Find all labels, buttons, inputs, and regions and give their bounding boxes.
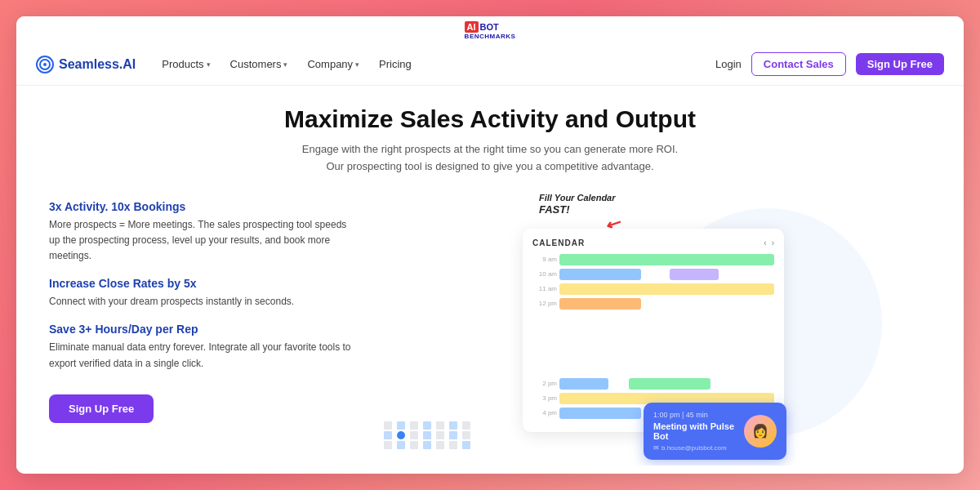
content-row: 3x Activity. 10x Bookings More prospects… [49,192,931,466]
logo-text: Seamless.AI [59,57,136,72]
event-row-5: 2 pm [532,378,774,390]
email-icon: ✉ [653,444,659,452]
feature-block-1: 3x Activity. 10x Bookings More prospects… [49,200,359,265]
nav-customers[interactable]: Customers ▾ [230,58,288,70]
avatar: 👩 [744,415,777,448]
left-col: 3x Activity. 10x Bookings More prospects… [49,192,359,466]
cal-next-icon[interactable]: › [772,238,774,247]
chevron-down-icon: ▾ [355,60,359,69]
badge-ai: AI [465,21,479,33]
feature-title-1: 3x Activity. 10x Bookings [49,200,359,213]
feature-title-2: Increase Close Rates by 5x [49,277,359,290]
logo[interactable]: Seamless.AI [36,56,136,74]
chevron-down-icon: ▾ [207,60,211,69]
event-bar [559,378,608,390]
feature-title-3: Save 3+ Hours/Day per Rep [49,323,359,336]
nav-pricing[interactable]: Pricing [379,58,412,70]
cal-nav[interactable]: ‹ › [764,238,774,247]
meeting-info: 1:00 pm | 45 min Meeting with Pulse Bot … [653,411,736,452]
contact-sales-button[interactable]: Contact Sales [751,52,846,76]
cal-card: CALENDAR ‹ › 9 am 10 am [523,229,784,432]
event-row-3: 11 am [532,283,774,295]
badge: AI BOT BENCHMARKS [465,21,516,40]
badge-benchmarks: BENCHMARKS [465,33,516,40]
top-badge-bar: AI BOT BENCHMARKS [16,16,964,43]
navbar: Seamless.AI Products ▾ Customers ▾ Compa… [16,43,964,86]
event-bar [629,378,710,390]
event-bar [559,298,641,310]
feature-desc-2: Connect with your dream prospects instan… [49,294,359,310]
nav-actions: Login Contact Sales Sign Up Free [715,52,944,76]
cal-header: CALENDAR ‹ › [532,238,774,247]
event-row-2: 10 am [532,269,774,280]
nav-signup-button[interactable]: Sign Up Free [856,53,944,75]
cal-title: CALENDAR [532,238,585,247]
event-bar [559,283,774,295]
event-bar [559,269,641,280]
feature-desc-3: Eliminate manual data entry forever. Int… [49,340,359,371]
feature-desc-1: More prospects = More meetings. The sale… [49,217,359,265]
meeting-title: Meeting with Pulse Bot [653,421,736,441]
feature-block-2: Increase Close Rates by 5x Connect with … [49,277,359,310]
badge-text-group: AI BOT BENCHMARKS [465,21,516,40]
event-bar [559,254,774,265]
right-col: Fill Your Calendar FAST! ↙ CALENDAR ‹ › [376,192,931,466]
chevron-down-icon: ▾ [283,60,287,69]
hero-subtitle: Engage with the right prospects at the r… [294,141,686,176]
calendar-widget: Fill Your Calendar FAST! ↙ CALENDAR ‹ › [523,204,784,432]
event-row-1: 9 am [532,254,774,265]
badge-bot: BOT [480,22,499,32]
hero-title: Maximize Sales Activity and Output [284,105,696,133]
meeting-email: ✉ b.house@pulsbot.com [653,444,736,452]
meeting-card: 1:00 pm | 45 min Meeting with Pulse Bot … [644,403,786,460]
meeting-spacer: 1:00 pm | 45 min Meeting with Pulse Bot … [532,313,774,378]
event-bar [559,408,641,419]
mini-calendar-grid [384,421,474,449]
feature-block-3: Save 3+ Hours/Day per Rep Eliminate manu… [49,323,359,371]
svg-point-1 [43,63,47,66]
page-wrapper: AI BOT BENCHMARKS Seamless.AI Products ▾… [16,16,964,474]
logo-icon [36,56,54,74]
event-bar [670,269,719,280]
event-row-4: 12 pm [532,298,774,310]
meeting-time: 1:00 pm | 45 min [653,411,736,419]
nav-links: Products ▾ Customers ▾ Company ▾ Pricing [162,58,689,70]
nav-company[interactable]: Company ▾ [307,58,359,70]
main-content: Maximize Sales Activity and Output Engag… [16,86,964,474]
cal-prev-icon[interactable]: ‹ [764,238,766,247]
nav-products[interactable]: Products ▾ [162,58,210,70]
fill-label: Fill Your Calendar FAST! ↙ [539,192,616,217]
main-signup-button[interactable]: Sign Up Free [49,394,154,423]
login-button[interactable]: Login [715,58,742,70]
